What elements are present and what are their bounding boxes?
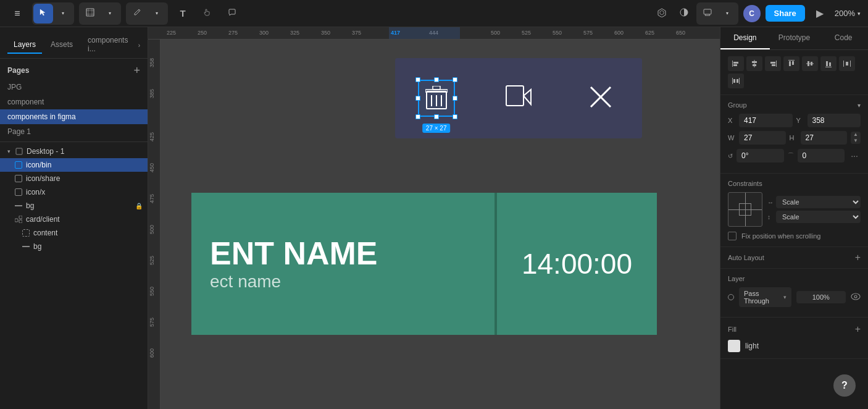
pencil-tool-dropdown[interactable]: ▾ (147, 4, 167, 23)
theme-button[interactable] (674, 4, 694, 23)
more-align-button[interactable] (728, 74, 744, 88)
layer-desktop[interactable]: ▾ Desktop - 1 (0, 145, 148, 158)
group-label: Group (728, 101, 747, 109)
svg-rect-28 (754, 60, 755, 67)
handle-bl (415, 114, 420, 119)
layer-icon-x[interactable]: icon/x (0, 185, 148, 199)
y-label: Y (796, 117, 804, 124)
fill-swatch[interactable] (728, 340, 740, 352)
remote-button[interactable] (698, 4, 717, 23)
menu-icon: ≡ (14, 8, 20, 19)
fill-section: Fill + light (720, 318, 868, 359)
remote-icon (703, 7, 712, 20)
opacity-input[interactable] (796, 291, 846, 303)
rotation-input[interactable] (737, 149, 784, 162)
page-item-page1[interactable]: Page 1 (0, 124, 148, 139)
tab-components[interactable]: components i... (81, 32, 136, 58)
fix-position-checkbox[interactable] (728, 232, 737, 240)
align-bottom-button[interactable] (820, 56, 837, 71)
x-input[interactable] (739, 114, 793, 127)
tab-layers[interactable]: Layers (7, 36, 42, 54)
play-button[interactable]: ▶ (810, 4, 830, 23)
x-svg (582, 78, 619, 116)
left-panel: Layers Assets components i... › Pages + … (0, 27, 148, 409)
canvas-area[interactable]: 225 250 275 300 325 350 375 417 444 500 … (148, 27, 720, 409)
fill-header: Fill + (728, 324, 861, 335)
align-top-button[interactable] (783, 56, 799, 71)
layer-icon-share[interactable]: icon/share (0, 172, 148, 185)
constraint-visual (728, 192, 762, 227)
pencil-tool-button[interactable] (127, 4, 147, 23)
comment-tool-button[interactable] (222, 4, 242, 23)
icon-group-frame: 27 × 27 (395, 58, 642, 138)
chevron-down-icon: ▾ (109, 11, 111, 16)
bin-icon-wrapper: 27 × 27 (418, 80, 455, 117)
page-item-jpg[interactable]: JPG (0, 80, 148, 95)
toolbar-right: C Share ▶ 200% ▾ (743, 4, 861, 23)
zoom-button[interactable]: 200% ▾ (835, 9, 861, 18)
fill-add-button[interactable]: + (855, 324, 861, 335)
blend-mode-select[interactable]: Pass Through ▾ (739, 287, 791, 307)
constraints-section: Constraints ↔ Scale Left Right Lef (720, 174, 868, 247)
tab-design[interactable]: Design (720, 27, 770, 49)
h-input[interactable] (801, 131, 848, 145)
distribute-h-button[interactable] (839, 56, 855, 71)
align-right-button[interactable] (765, 56, 781, 71)
layer-card-client[interactable]: card/client (0, 213, 148, 226)
eye-icon[interactable] (851, 292, 861, 302)
align-center-v-button[interactable] (802, 56, 818, 71)
layer-bg-inner[interactable]: bg (0, 240, 148, 253)
auto-layout-add-button[interactable]: + (855, 252, 861, 263)
handle-tm (434, 77, 439, 82)
corner-input[interactable] (798, 149, 845, 162)
tab-prototype[interactable]: Prototype (770, 27, 819, 49)
handle-br (453, 114, 457, 119)
pages-title: Pages (7, 66, 29, 75)
select-tool-dropdown[interactable]: ▾ (53, 4, 73, 23)
layer-bg[interactable]: bg 🔒 (0, 199, 148, 213)
align-top-icon (787, 59, 796, 68)
layer-header: Layer (728, 275, 861, 282)
svg-marker-5 (658, 9, 666, 17)
constraint-v-select[interactable]: Scale Top Bottom Top and Bottom Center (776, 211, 861, 223)
stepper-down[interactable]: ▼ (853, 138, 858, 144)
svg-rect-30 (753, 64, 756, 66)
layer-blend-row: Pass Through ▾ (728, 287, 861, 307)
page-item-components-figma[interactable]: components in figma (0, 109, 148, 124)
layer-content[interactable]: content (0, 226, 148, 240)
toolbar: ≡ ▾ ▾ (0, 0, 868, 27)
frame-tool-button[interactable] (80, 4, 100, 23)
text-tool-button[interactable]: T (173, 4, 193, 23)
tab-assets[interactable]: Assets (44, 36, 79, 54)
text-icon: T (180, 8, 185, 19)
select-tool-button[interactable] (33, 4, 53, 23)
plugins-button[interactable] (652, 4, 672, 23)
remote-dropdown[interactable]: ▾ (717, 4, 737, 23)
svg-rect-18 (433, 86, 440, 90)
svg-rect-47 (739, 78, 740, 84)
page-item-component[interactable]: component (0, 95, 148, 109)
svg-rect-48 (733, 79, 735, 83)
share-button[interactable]: Share (766, 5, 805, 22)
tab-code[interactable]: Code (819, 27, 868, 49)
theme-icon (679, 7, 689, 20)
layer-icon-bin[interactable]: icon/bin (0, 158, 148, 172)
align-left-button[interactable] (728, 56, 744, 71)
component-icon (15, 161, 22, 169)
more-options-button[interactable]: ··· (848, 148, 861, 163)
help-button[interactable]: ? (833, 374, 856, 397)
align-center-h-button[interactable] (746, 56, 762, 71)
y-input[interactable] (807, 114, 861, 127)
frame-tool-dropdown[interactable]: ▾ (100, 4, 120, 23)
stepper-up[interactable]: ▲ (853, 132, 858, 138)
align-left-icon (732, 59, 740, 68)
hand-tool-button[interactable] (198, 4, 217, 23)
fill-color-label: light (745, 342, 861, 350)
constraint-h-select[interactable]: Scale Left Right Left and Right Center (776, 196, 861, 208)
bin-svg (425, 86, 448, 111)
menu-button[interactable]: ≡ (7, 4, 27, 23)
w-input[interactable] (739, 131, 786, 145)
pages-add-button[interactable]: + (133, 65, 140, 76)
svg-rect-14 (19, 216, 22, 219)
svg-rect-22 (506, 86, 524, 106)
